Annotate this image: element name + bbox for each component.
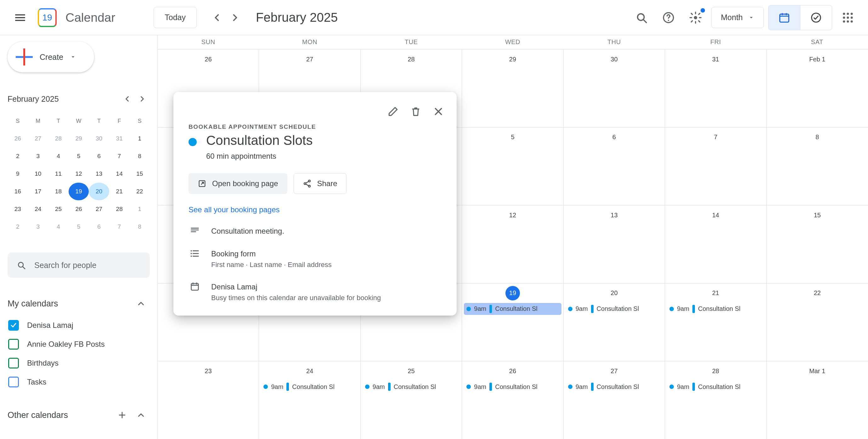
mini-day-cell[interactable]: 26 [7,130,28,147]
day-cell[interactable]: 15 [767,205,868,283]
mini-day-cell[interactable]: 28 [109,200,130,218]
search-button[interactable] [630,6,653,29]
event-chip[interactable]: 9amConsultation Sl [261,381,358,393]
people-search-input[interactable] [34,260,141,270]
people-search[interactable] [7,253,150,278]
mini-day-cell[interactable]: 5 [69,218,89,236]
day-number[interactable]: 13 [607,208,621,222]
mini-day-cell[interactable]: 15 [129,165,150,183]
day-cell[interactable]: 289amConsultation Sl [665,361,766,439]
day-cell[interactable]: 279amConsultation Sl [564,361,665,439]
google-apps-button[interactable] [837,6,859,29]
mini-day-cell[interactable]: 7 [109,218,130,236]
see-all-booking-pages-link[interactable]: See all your booking pages [188,205,441,214]
day-number[interactable]: 27 [607,364,621,378]
next-period-button[interactable] [226,9,244,26]
close-popover-button[interactable] [428,101,449,122]
day-cell[interactable]: Feb 1 [767,50,868,127]
day-cell[interactable]: 23 [158,361,259,439]
collapse-my-calendars-button[interactable] [132,295,150,313]
mini-day-cell[interactable]: 18 [48,183,69,200]
day-number[interactable]: 25 [404,364,418,378]
mini-day-cell[interactable]: 6 [89,147,109,165]
today-button[interactable]: Today [154,7,197,28]
mini-day-cell[interactable]: 30 [89,130,109,147]
mini-day-cell[interactable]: 5 [69,147,89,165]
my-calendars-header[interactable]: My calendars [7,295,150,313]
mini-day-cell[interactable]: 1 [129,130,150,147]
mini-day-cell[interactable]: 20 [89,183,109,200]
calendar-checkbox[interactable] [8,320,19,331]
mini-day-cell[interactable]: 8 [129,147,150,165]
event-chip[interactable]: 9amConsultation Sl [667,381,764,393]
event-chip[interactable]: 9amConsultation Sl [363,381,460,393]
mini-prev-month-button[interactable] [120,91,135,107]
calendar-checkbox[interactable] [8,339,19,350]
day-number[interactable]: 5 [505,130,520,145]
mini-day-cell[interactable]: 1 [129,200,150,218]
mini-day-cell[interactable]: 16 [7,183,28,200]
day-number[interactable]: 15 [810,208,825,222]
day-cell[interactable]: 22 [767,284,868,361]
mini-day-cell[interactable]: 4 [48,147,69,165]
mini-day-cell[interactable]: 26 [69,200,89,218]
day-cell[interactable]: 12 [462,205,563,283]
help-button[interactable] [657,6,680,29]
mini-day-cell[interactable]: 9 [7,165,28,183]
day-number[interactable]: 21 [708,286,723,300]
day-cell[interactable]: 259amConsultation Sl [361,361,462,439]
mini-day-cell[interactable]: 7 [109,147,130,165]
collapse-other-calendars-button[interactable] [132,406,150,424]
mini-day-cell[interactable]: 22 [129,183,150,200]
day-number[interactable]: 7 [708,130,723,145]
calendar-list-item[interactable]: Denisa Lamaj [7,318,150,332]
day-cell[interactable]: 219amConsultation Sl [665,284,766,361]
other-calendars-header[interactable]: Other calendars [7,406,150,424]
create-button[interactable]: Create [7,41,94,72]
day-cell[interactable]: 13 [564,205,665,283]
day-number[interactable]: 6 [607,130,621,145]
tasks-mode-button[interactable] [800,5,832,30]
event-chip[interactable]: 9amConsultation Sl [464,303,561,315]
day-cell[interactable]: 8 [767,127,868,205]
calendar-list-item[interactable]: Annie Oakley FB Posts [7,337,150,351]
mini-day-cell[interactable]: 27 [89,200,109,218]
mini-day-cell[interactable]: 3 [28,147,49,165]
mini-day-cell[interactable]: 29 [69,130,89,147]
day-cell[interactable]: Mar 1 [767,361,868,439]
day-number[interactable]: 20 [607,286,621,300]
mini-day-cell[interactable]: 25 [48,200,69,218]
event-chip[interactable]: 9amConsultation Sl [667,303,764,315]
day-cell[interactable]: 6 [564,127,665,205]
mini-day-cell[interactable]: 14 [109,165,130,183]
day-number[interactable]: 24 [303,364,317,378]
day-number[interactable]: 26 [505,364,520,378]
day-cell[interactable]: 249amConsultation Sl [259,361,360,439]
mini-day-cell[interactable]: 13 [89,165,109,183]
day-number[interactable]: 14 [708,208,723,222]
day-cell[interactable]: 31 [665,50,766,127]
day-number[interactable]: 19 [505,286,520,300]
day-number[interactable]: Mar 1 [805,364,829,378]
mini-day-cell[interactable]: 23 [7,200,28,218]
mini-day-cell[interactable]: 19 [69,183,89,200]
mini-day-cell[interactable]: 17 [28,183,49,200]
mini-day-cell[interactable]: 28 [48,130,69,147]
day-cell[interactable]: 209amConsultation Sl [564,284,665,361]
mini-day-cell[interactable]: 6 [89,218,109,236]
event-chip[interactable]: 9amConsultation Sl [464,381,561,393]
day-number[interactable]: 28 [708,364,723,378]
mini-day-cell[interactable]: 10 [28,165,49,183]
calendar-list-item[interactable]: Tasks [7,375,150,389]
calendar-list-item[interactable]: Birthdays [7,356,150,370]
day-cell[interactable]: 5 [462,127,563,205]
mini-day-cell[interactable]: 21 [109,183,130,200]
mini-day-cell[interactable]: 2 [7,147,28,165]
day-cell[interactable]: 199amConsultation Sl [462,284,563,361]
day-cell[interactable]: 29 [462,50,563,127]
delete-event-button[interactable] [405,101,427,122]
view-switcher[interactable]: Month [711,7,764,28]
add-other-calendar-button[interactable] [113,406,131,424]
calendar-mode-button[interactable] [769,5,800,30]
mini-next-month-button[interactable] [135,91,150,107]
